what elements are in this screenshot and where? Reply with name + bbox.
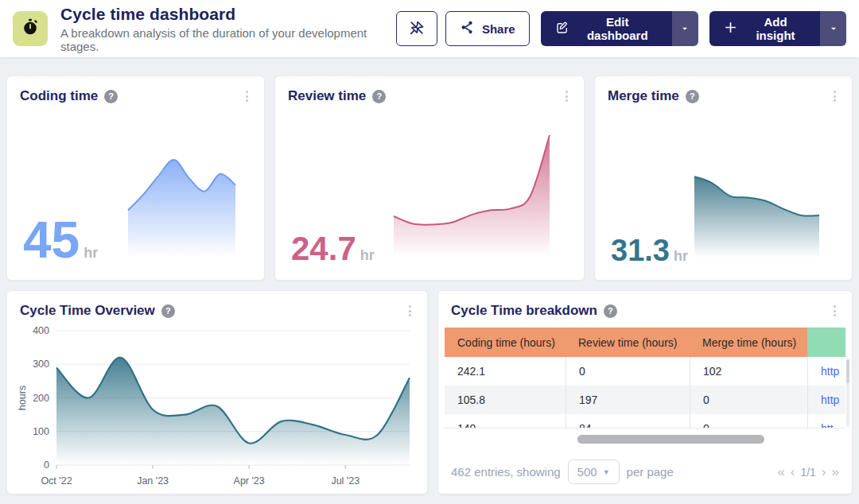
plus-icon — [724, 21, 737, 37]
coding-time-sparkline[interactable] — [127, 153, 236, 258]
edit-dashboard-button[interactable]: Edit dashboard — [541, 11, 672, 46]
add-insight-button[interactable]: Add insight — [709, 11, 820, 46]
dashboard-icon-tile — [13, 11, 48, 46]
table-cell: 242.1 — [445, 357, 566, 386]
add-insight-split-button: Add insight — [709, 11, 846, 46]
review-time-card: Review time ? 24.7hr — [274, 76, 585, 281]
table-cell-link[interactable]: htt — [807, 414, 845, 428]
coding-time-title: Coding time — [20, 88, 98, 104]
pin-slash-icon — [408, 19, 426, 39]
svg-text:400: 400 — [33, 325, 49, 336]
svg-text:Jul '23: Jul '23 — [331, 475, 360, 487]
table-cell-link[interactable]: http — [807, 357, 845, 386]
vertical-scrollbar[interactable] — [846, 359, 849, 428]
page-size-select[interactable]: 500 ▼ — [568, 459, 620, 484]
merge-time-card: Merge time ? 31.3hr — [594, 76, 853, 281]
horizontal-scrollbar-track — [438, 428, 852, 449]
column-header: Merge time (hours) — [690, 328, 807, 357]
header-actions: Share Edit dashboard Add — [396, 11, 846, 46]
table-cell: 197 — [566, 386, 690, 414]
column-header: Coding time (hours) — [445, 328, 566, 357]
review-time-value: 24.7hr — [291, 232, 375, 266]
page-subtitle: A breakdown analysis of the duration of … — [60, 26, 396, 53]
svg-text:0: 0 — [44, 459, 49, 471]
breakdown-title: Cycle Time breakdown — [451, 303, 597, 319]
breakdown-table: Coding time (hours)Review time (hours)Me… — [445, 328, 845, 428]
horizontal-scrollbar-thumb[interactable] — [577, 435, 764, 444]
share-label: Share — [482, 22, 515, 36]
breakdown-table-header: Coding time (hours)Review time (hours)Me… — [445, 328, 845, 357]
table-cell: 84 — [566, 414, 690, 428]
table-footer: 462 entries, showing 500 ▼ per page « ‹ … — [438, 459, 852, 484]
cycle-time-overview-chart[interactable]: 0100200300400hoursOct '22Jan '23Apr '23J… — [15, 323, 418, 489]
first-page-button[interactable]: « — [777, 465, 784, 479]
merge-time-title: Merge time — [608, 88, 679, 104]
top-bar: Cycle time dashboard A breakdown analysi… — [0, 0, 859, 57]
merge-time-sparkline[interactable] — [694, 168, 820, 258]
kebab-menu-icon[interactable] — [562, 87, 571, 105]
page-title: Cycle time dashboard — [60, 5, 396, 24]
svg-text:300: 300 — [33, 359, 49, 370]
dashboard-content: Coding time ? 45hr Review time ? 24.7hr — [0, 57, 859, 504]
svg-text:Oct '22: Oct '22 — [41, 475, 72, 487]
overview-title: Cycle Time Overview — [20, 303, 155, 319]
table-cell: 0 — [566, 357, 690, 386]
svg-text:200: 200 — [33, 393, 49, 404]
edit-icon — [555, 21, 569, 37]
help-icon[interactable]: ? — [604, 304, 617, 318]
add-insight-dropdown-caret[interactable] — [820, 11, 846, 46]
table-cell: 140 — [445, 414, 566, 428]
table-row: 140840htt — [445, 414, 845, 428]
entries-count: 462 entries, showing — [451, 465, 561, 479]
merge-time-value: 31.3hr — [611, 235, 688, 266]
next-page-button[interactable]: › — [822, 465, 826, 479]
breakdown-table-body: 242.10102http105.81970http140840htt — [445, 357, 845, 428]
table-cell: 105.8 — [445, 386, 566, 414]
help-icon[interactable]: ? — [372, 90, 386, 103]
table-row: 105.81970http — [445, 386, 845, 414]
page-indicator: 1/1 — [800, 466, 815, 479]
add-insight-label: Add insight — [745, 15, 806, 42]
svg-text:Jan '23: Jan '23 — [137, 475, 169, 487]
coding-time-card: Coding time ? 45hr — [6, 76, 265, 281]
share-icon — [460, 20, 475, 37]
pagination: « ‹ 1/1 › » — [777, 465, 839, 479]
share-button[interactable]: Share — [445, 11, 530, 46]
per-page-label: per page — [627, 465, 674, 479]
prev-page-button[interactable]: ‹ — [791, 465, 795, 479]
review-time-sparkline[interactable] — [393, 133, 550, 258]
table-row: 242.10102http — [445, 357, 845, 386]
table-cell: 102 — [690, 357, 807, 386]
coding-time-value: 45hr — [23, 215, 98, 266]
edit-dashboard-split-button: Edit dashboard — [541, 11, 698, 46]
cycle-time-breakdown-card: Cycle Time breakdown ? Coding time (hour… — [437, 290, 853, 494]
stopwatch-icon — [20, 17, 41, 41]
table-cell-link[interactable]: http — [807, 386, 845, 414]
help-icon[interactable]: ? — [104, 90, 118, 103]
help-icon[interactable]: ? — [161, 304, 175, 318]
last-page-button[interactable]: » — [832, 465, 839, 479]
unpin-button[interactable] — [396, 11, 437, 46]
column-header — [807, 328, 845, 357]
review-time-title: Review time — [288, 88, 366, 104]
kebab-menu-icon[interactable] — [243, 87, 251, 105]
kebab-menu-icon[interactable] — [830, 87, 839, 105]
svg-text:Apr '23: Apr '23 — [234, 475, 265, 487]
edit-dashboard-label: Edit dashboard — [577, 15, 658, 42]
svg-text:hours: hours — [17, 386, 28, 410]
edit-dashboard-dropdown-caret[interactable] — [672, 11, 698, 46]
help-icon[interactable]: ? — [686, 90, 699, 103]
kebab-menu-icon[interactable] — [830, 302, 839, 320]
cycle-time-overview-card: Cycle Time Overview ? 0100200300400hours… — [6, 290, 428, 494]
table-cell: 0 — [690, 386, 807, 414]
table-cell: 0 — [690, 414, 807, 428]
svg-text:100: 100 — [33, 426, 49, 437]
chevron-down-icon: ▼ — [603, 468, 610, 476]
kebab-menu-icon[interactable] — [406, 302, 414, 320]
column-header: Review time (hours) — [566, 328, 690, 357]
